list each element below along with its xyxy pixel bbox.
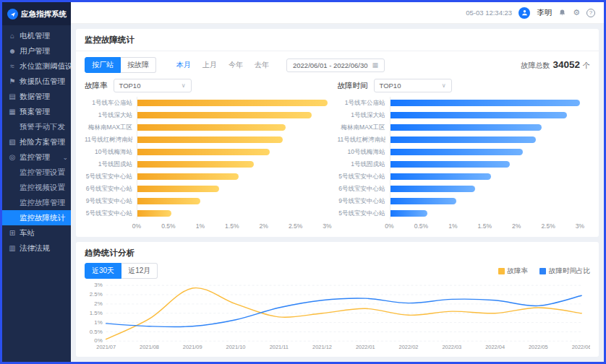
sidebar-item-8[interactable]: ◎监控管理⌄ <box>2 150 71 165</box>
sidebar-item-2[interactable]: ≈水位监测阈值设置 <box>2 58 71 74</box>
bar-track <box>390 124 581 131</box>
sidebar-item-13[interactable]: ⊞车站 <box>2 225 71 240</box>
fault-rate-chart-header: 故障率 TOP10 ∨ <box>85 79 328 92</box>
bar-category-label: 1号线车公庙站 <box>85 99 132 108</box>
toggle-by-station[interactable]: 按厂站 <box>85 57 121 73</box>
quick-filter-last-month[interactable]: 上月 <box>202 60 217 70</box>
fault-total: 故障总数 34052 个 <box>521 59 590 71</box>
bar-category-label: 1号线固戍站 <box>338 160 385 169</box>
range-toggle-group: 近30天 近12月 <box>85 263 158 279</box>
sidebar-item-label: 救援队伍管理 <box>20 77 65 87</box>
bar <box>137 124 286 131</box>
rescue-team-icon: ⚑ <box>8 77 17 85</box>
bar <box>390 112 568 118</box>
bar-category-label: 10号线梅海站 <box>85 148 132 157</box>
avatar[interactable] <box>518 7 530 19</box>
bar-category-label: 6号线宝安中心站 <box>85 185 132 194</box>
x-axis-tick: 2.5% <box>289 222 302 230</box>
svg-text:2021/11: 2021/11 <box>270 345 289 350</box>
x-axis-tick: 1.5% <box>478 222 492 230</box>
bar-category-label: 11号线红树湾南站 <box>338 136 385 144</box>
bar-axis-track: 0%0.5%1%1.5%2%2.5%3% <box>390 222 581 231</box>
bar <box>137 149 270 155</box>
bar-category-label: 5号线宝安中心站 <box>85 173 132 181</box>
bar-charts-row: 故障率 TOP10 ∨ 1号线车公庙站1号线深大站梅林南MAX工区11号线红树湾… <box>85 79 590 231</box>
fault-card-title: 监控故障统计 <box>85 35 590 46</box>
legend-fault-time-ratio[interactable]: 故障时间占比 <box>539 266 590 276</box>
sidebar-item-7[interactable]: ▧抢险方案管理 <box>2 134 71 150</box>
sidebar-item-6[interactable]: 预警手动下发 <box>2 119 71 134</box>
help-icon[interactable]: ? <box>586 9 595 17</box>
bar-row: 1号线车公庙站 <box>85 97 328 109</box>
toggle-by-fault[interactable]: 按故障 <box>121 57 156 73</box>
x-axis-tick: 1% <box>448 222 457 230</box>
bar-category-label: 6号线宝安中心站 <box>338 185 385 194</box>
bar-category-label: 5号线宝安中心站 <box>338 209 385 218</box>
sidebar-item-1[interactable]: ☻用户管理 <box>2 43 71 58</box>
plan-icon: ▦ <box>8 108 17 116</box>
bar-track <box>390 136 581 143</box>
fault-rate-top-select[interactable]: TOP10 ∨ <box>114 79 192 92</box>
svg-text:2022/04: 2022/04 <box>485 345 505 350</box>
sidebar-item-14[interactable]: ▥法律法规 <box>2 240 71 256</box>
sidebar-item-label: 监控故障管理 <box>20 198 65 208</box>
motor-icon: ⌂ <box>8 32 17 40</box>
svg-text:2.5%: 2.5% <box>90 292 103 298</box>
date-range-input[interactable]: 2022/06/01 - 2022/06/30 ▦ <box>286 58 385 72</box>
bar-track <box>137 136 328 143</box>
toggle-last-30-days[interactable]: 近30天 <box>85 263 121 279</box>
content-area: 监控故障统计 按厂站 按故障 本月 上月 今年 去年 2022/06/01 - … <box>71 24 604 362</box>
bar-track <box>137 210 328 217</box>
svg-text:2022/03: 2022/03 <box>442 345 461 350</box>
view-toggle-group: 按厂站 按故障 <box>85 57 156 73</box>
sidebar-item-label: 用户管理 <box>20 46 50 56</box>
fault-statistics-card: 监控故障统计 按厂站 按故障 本月 上月 今年 去年 2022/06/01 - … <box>76 29 599 237</box>
sidebar-item-label: 预警手动下发 <box>20 122 65 132</box>
sidebar-item-3[interactable]: ⚑救援队伍管理 <box>2 74 71 89</box>
bell-icon[interactable] <box>558 9 566 17</box>
sidebar-item-4[interactable]: ▤数据管理 <box>2 89 71 104</box>
sidebar-item-9[interactable]: 监控管理设置 <box>2 165 71 180</box>
sidebar-item-12[interactable]: 监控故障统计 <box>2 210 71 225</box>
fault-time-chart: 故障时间 TOP10 ∨ 1号线车公庙站1号线深大站梅林南MAX工区11号线红树… <box>338 79 591 231</box>
bar-row: 梅林南MAX工区 <box>85 121 328 134</box>
bar-track <box>390 173 581 180</box>
clock-text: 05-03 12:34:23 <box>466 9 512 17</box>
bar <box>390 136 536 143</box>
bar-category-label: 9号线宝安中心站 <box>338 197 385 206</box>
sidebar-item-5[interactable]: ▦预案管理 <box>2 104 71 119</box>
svg-text:2021/10: 2021/10 <box>226 345 246 350</box>
toggle-last-12-months[interactable]: 近12月 <box>121 263 158 279</box>
fault-rate-label: 故障率 <box>85 81 108 91</box>
sidebar-item-11[interactable]: 监控故障管理 <box>2 195 71 210</box>
quick-filter-this-month[interactable]: 本月 <box>176 60 191 70</box>
bar-category-label: 5号线宝安中心站 <box>338 173 385 181</box>
app-logo-icon <box>7 9 18 20</box>
bar-track <box>137 112 328 118</box>
x-axis-tick: 2.5% <box>541 222 555 230</box>
quick-filter-this-year[interactable]: 今年 <box>229 60 243 70</box>
svg-text:3%: 3% <box>94 282 103 288</box>
fault-time-top-select[interactable]: TOP10 ∨ <box>374 79 452 92</box>
bar-row: 10号线梅海站 <box>338 146 581 158</box>
user-icon: ☻ <box>8 47 17 55</box>
bar-track <box>390 186 581 192</box>
station-icon: ⊞ <box>8 229 17 237</box>
bar-row: 5号线宝安中心站 <box>338 207 581 220</box>
bar-row: 11号线红树湾南站 <box>85 134 328 146</box>
legend-fault-rate[interactable]: 故障率 <box>498 266 529 276</box>
bar-rows: 1号线车公庙站1号线深大站梅林南MAX工区11号线红树湾南站10号线梅海站1号线… <box>85 97 328 220</box>
bar-row: 1号线深大站 <box>338 109 581 121</box>
divider <box>76 51 599 51</box>
svg-text:2021/08: 2021/08 <box>140 345 159 350</box>
gear-icon[interactable]: ⚙ <box>573 8 580 17</box>
quick-filter-last-year[interactable]: 去年 <box>255 60 269 70</box>
trend-line-chart: 0%0.5%1%1.5%2%2.5%3%2021/072021/082021/0… <box>85 282 590 351</box>
legend-swatch-blue <box>539 268 546 274</box>
sidebar-item-10[interactable]: 监控视频设置 <box>2 180 71 195</box>
chevron-down-icon: ⌄ <box>62 154 68 161</box>
sidebar-item-0[interactable]: ⌂电机管理 <box>2 28 71 43</box>
x-axis-tick: 0.5% <box>414 222 428 230</box>
bar-row: 9号线宝安中心站 <box>85 195 328 207</box>
username-text: 李明 <box>537 8 552 18</box>
